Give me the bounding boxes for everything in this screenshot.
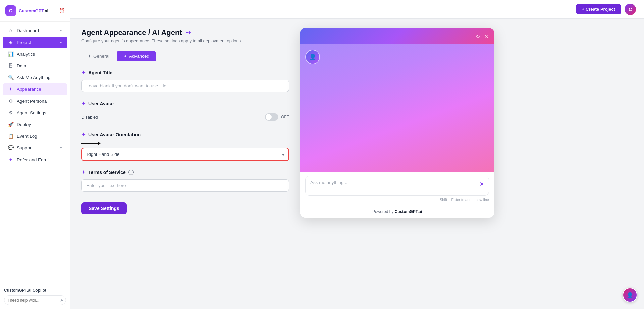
- avatar-image: 👤: [306, 50, 319, 64]
- user-avatar-toggle[interactable]: [265, 113, 278, 121]
- log-icon: 📋: [8, 133, 13, 139]
- content-area: Agent Appearance / AI Agent ⇢ Configure …: [70, 19, 644, 309]
- chevron-down-icon: ▾: [60, 146, 62, 150]
- tab-general[interactable]: ✦ General: [81, 51, 116, 61]
- refer-icon: ✦: [8, 157, 13, 162]
- sidebar-item-label: Dashboard: [17, 28, 39, 33]
- toggle-wrap: OFF: [265, 113, 289, 121]
- sidebar-item-ask-me-anything[interactable]: 🔍 Ask Me Anything: [3, 72, 67, 83]
- section-title: Agent Title: [88, 70, 112, 75]
- bottom-avatar[interactable]: 👤: [623, 288, 637, 302]
- sidebar-item-label: Deploy: [17, 122, 31, 127]
- page-title: Agent Appearance / AI Agent ⇢: [81, 28, 289, 37]
- toggle-row: Disabled OFF: [81, 111, 289, 123]
- section-header: ✦ User Avatar: [81, 100, 289, 107]
- sidebar-item-label: Agent Persona: [17, 99, 47, 104]
- sidebar-item-label: Refer and Earn!: [17, 157, 49, 162]
- chevron-down-icon: ▾: [60, 28, 62, 33]
- tab-advanced[interactable]: ✦ Advanced: [117, 51, 156, 61]
- sidebar-item-refer-earn[interactable]: ✦ Refer and Earn!: [3, 154, 67, 165]
- sparkle-icon: ✦: [81, 100, 86, 107]
- sidebar-item-label: Ask Me Anything: [17, 75, 51, 80]
- section-header: ✦ Terms of Service i: [81, 169, 289, 175]
- user-avatar-orientation-section: ✦ User Avatar Orientation Left Hand Side…: [81, 131, 289, 161]
- sidebar-item-label: Data: [17, 63, 26, 68]
- copilot-input-wrap[interactable]: ➤: [4, 295, 66, 305]
- sidebar-item-data[interactable]: 🗄 Data: [3, 60, 67, 71]
- sidebar-item-event-log[interactable]: 📋 Event Log: [3, 130, 67, 142]
- sparkle-icon: ✦: [81, 69, 86, 76]
- sidebar-item-agent-settings[interactable]: ⚙ Agent Settings: [3, 107, 67, 118]
- search-icon: 🔍: [8, 75, 13, 80]
- sidebar-item-analytics[interactable]: 📊 Analytics: [3, 48, 67, 60]
- deploy-icon: 🚀: [8, 122, 13, 127]
- left-panel: Agent Appearance / AI Agent ⇢ Configure …: [81, 28, 289, 300]
- page-subtitle: Configure your agent's appearance. These…: [81, 38, 289, 43]
- sidebar: C CustomGPT.ai ⏰ ⌂ Dashboard ▾ ◈ Project…: [0, 0, 70, 309]
- terms-of-service-input[interactable]: [81, 179, 289, 192]
- chat-preview-header: ↻ ✕: [300, 28, 494, 44]
- sidebar-item-label: Analytics: [17, 52, 35, 57]
- chat-preview-body: 👤: [300, 44, 494, 172]
- sidebar-item-label: Appearance: [17, 87, 41, 92]
- data-icon: 🗄: [8, 63, 13, 68]
- sidebar-item-agent-persona[interactable]: ⚙ Agent Persona: [3, 95, 67, 107]
- tab-general-icon: ✦: [88, 54, 91, 59]
- sidebar-item-label: Project: [17, 40, 31, 45]
- save-settings-button[interactable]: Save Settings: [81, 202, 127, 214]
- main-area: + Create Project C Agent Appearance / AI…: [70, 0, 644, 309]
- chat-input-placeholder: Ask me anything ...: [310, 180, 480, 185]
- toggle-label: Disabled: [81, 115, 98, 120]
- analytics-icon: 📊: [8, 51, 13, 57]
- orientation-select[interactable]: Left Hand Side Right Hand Side: [81, 148, 289, 161]
- sparkle-icon: ✦: [81, 131, 86, 138]
- chat-preview-footer: Ask me anything ... ➤ Shift + Enter to a…: [300, 172, 494, 206]
- section-header: ✦ Agent Title: [81, 69, 289, 76]
- refresh-icon[interactable]: ↻: [476, 33, 480, 40]
- sidebar-item-label: Event Log: [17, 134, 37, 139]
- project-icon: ◈: [8, 40, 13, 45]
- section-title: User Avatar: [88, 101, 114, 106]
- share-icon[interactable]: ⇢: [185, 29, 191, 36]
- sidebar-item-support[interactable]: 💬 Support ▾: [3, 142, 67, 153]
- sidebar-nav: ⌂ Dashboard ▾ ◈ Project ▾ 📊 Analytics 🗄 …: [0, 22, 70, 284]
- sidebar-item-label: Agent Settings: [17, 110, 46, 115]
- sidebar-item-deploy[interactable]: 🚀 Deploy: [3, 119, 67, 130]
- logo-text: CustomGPT.ai: [19, 8, 48, 13]
- chat-powered-by: Powered by CustomGPT.ai: [300, 206, 494, 218]
- toggle-slider: [265, 113, 278, 121]
- agent-title-input[interactable]: [81, 80, 289, 92]
- dashboard-icon: ⌂: [8, 28, 13, 33]
- terms-of-service-section: ✦ Terms of Service i: [81, 169, 289, 192]
- section-header: ✦ User Avatar Orientation: [81, 131, 289, 138]
- chevron-down-icon: ▾: [60, 40, 62, 45]
- chat-preview: ↻ ✕ 👤 Ask me anything ... ➤ Shift + Ente…: [300, 28, 494, 218]
- agent-title-section: ✦ Agent Title: [81, 69, 289, 92]
- logo-icon: C: [5, 5, 16, 16]
- copilot-send-icon[interactable]: ➤: [60, 298, 64, 303]
- chat-hint: Shift + Enter to add a new line: [305, 198, 489, 202]
- create-project-button[interactable]: + Create Project: [576, 4, 621, 14]
- support-icon: 💬: [8, 145, 13, 150]
- sidebar-item-dashboard[interactable]: ⌂ Dashboard ▾: [3, 25, 67, 36]
- user-avatar-section: ✦ User Avatar Disabled OFF: [81, 100, 289, 123]
- clock-icon: ⏰: [59, 8, 65, 13]
- page-title-text: Agent Appearance / AI Agent: [81, 28, 182, 37]
- orientation-select-wrap: Left Hand Side Right Hand Side ▾: [81, 148, 289, 161]
- sparkle-icon: ✦: [81, 169, 86, 175]
- copilot-title: CustomGPT.ai Copilot: [4, 288, 66, 293]
- sidebar-logo: C CustomGPT.ai ⏰: [0, 0, 70, 22]
- persona-icon: ⚙: [8, 98, 13, 104]
- info-icon[interactable]: i: [128, 170, 134, 175]
- chat-send-icon[interactable]: ➤: [480, 181, 484, 187]
- chat-input-area: Ask me anything ... ➤: [305, 176, 489, 196]
- sidebar-item-label: Support: [17, 145, 33, 150]
- sidebar-item-project[interactable]: ◈ Project ▾: [3, 37, 67, 48]
- close-icon[interactable]: ✕: [484, 33, 488, 40]
- topbar-avatar[interactable]: C: [625, 4, 636, 15]
- sidebar-item-appearance[interactable]: ✦ Appearance: [3, 83, 67, 95]
- tab-advanced-label: Advanced: [129, 54, 149, 59]
- copilot-input[interactable]: [8, 298, 58, 303]
- tab-advanced-icon: ✦: [123, 54, 127, 59]
- toggle-off-label: OFF: [281, 115, 289, 119]
